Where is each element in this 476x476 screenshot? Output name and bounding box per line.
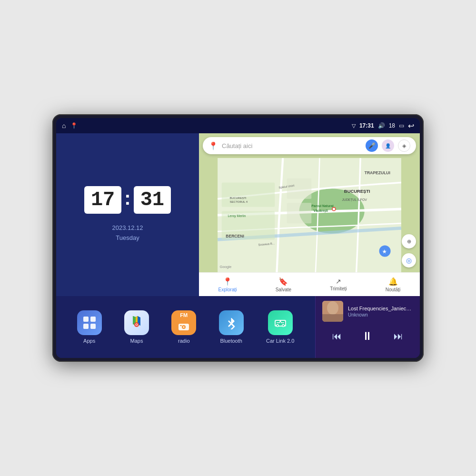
apps-label: Apps: [83, 338, 95, 344]
map-search-bar[interactable]: 📍 Căutați aici 🎤 👤 ◈: [203, 137, 416, 154]
bottom-section: Apps: [56, 296, 420, 358]
music-player: Lost Frequencies_Janieck Devy-... Unknow…: [315, 296, 420, 358]
map-nav-saved[interactable]: 🔖 Salvate: [276, 277, 291, 292]
app-item-maps[interactable]: Maps: [124, 310, 149, 344]
radio-app-icon: FM: [171, 310, 196, 335]
status-bar: ⌂ 📍 ▽ 17:31 🔊 18 ▭ ↩: [56, 118, 420, 133]
top-section: 17 : 31 2023.12.12 Tuesday: [56, 133, 420, 296]
clock-date: 2023.12.12 Tuesday: [112, 223, 143, 243]
bluetooth-app-icon: [219, 310, 244, 335]
music-controls: ⏮ ⏸ ⏭: [322, 327, 413, 345]
status-bar-right: ▽ 17:31 🔊 18 ▭ ↩: [352, 121, 414, 130]
svg-text:★: ★: [382, 249, 387, 254]
svg-text:Parcul Natural: Parcul Natural: [311, 204, 334, 208]
clock-display: 17 : 31: [84, 186, 171, 214]
svg-rect-32: [180, 325, 182, 326]
navigation-icon[interactable]: 📍: [70, 122, 78, 129]
my-location-button[interactable]: ◎: [402, 253, 416, 268]
voice-search-button[interactable]: 🎤: [366, 139, 378, 152]
share-icon: ↗: [336, 278, 341, 285]
signal-icon: ▽: [352, 123, 356, 129]
svg-point-31: [183, 327, 185, 328]
maps-label: Maps: [130, 338, 143, 344]
map-nav-share[interactable]: ↗ Trimiteți: [330, 278, 347, 291]
main-content: 17 : 31 2023.12.12 Tuesday: [56, 133, 420, 358]
music-album-art: [322, 301, 343, 322]
music-info: Lost Frequencies_Janieck Devy-... Unknow…: [322, 301, 413, 322]
radio-label: radio: [178, 338, 189, 344]
music-thumbnail: [322, 301, 343, 322]
svg-rect-4: [287, 178, 311, 199]
share-label: Trimiteți: [330, 286, 347, 291]
svg-rect-5: [287, 203, 311, 223]
clock-panel: 17 : 31 2023.12.12 Tuesday: [56, 133, 199, 296]
maps-pin-icon: 📍: [208, 141, 218, 150]
svg-rect-24: [83, 324, 89, 329]
map-search-actions: 🎤 👤 ◈: [366, 139, 410, 152]
home-icon[interactable]: ⌂: [62, 122, 66, 129]
svg-text:Google: Google: [219, 265, 231, 269]
carlink-app-icon: [268, 310, 293, 335]
map-nav-explore[interactable]: 📍 Explorați: [218, 277, 237, 292]
bluetooth-label: Bluetooth: [220, 338, 242, 344]
play-pause-button[interactable]: ⏸: [360, 327, 375, 345]
search-placeholder[interactable]: Căutați aici: [222, 142, 362, 149]
map-nav-news[interactable]: 🔔 Noutăți: [386, 277, 401, 292]
music-text: Lost Frequencies_Janieck Devy-... Unknow…: [348, 306, 413, 317]
explore-label: Explorați: [218, 287, 237, 292]
saved-label: Salvate: [276, 287, 291, 292]
svg-point-42: [327, 301, 338, 315]
svg-text:BUCUREȘTI: BUCUREȘTI: [344, 188, 370, 194]
apps-area: Apps: [56, 296, 315, 358]
app-item-apps[interactable]: Apps: [77, 310, 102, 344]
saved-icon: 🔖: [278, 277, 288, 286]
clock-hour: 17: [84, 186, 121, 214]
svg-rect-22: [83, 317, 89, 322]
svg-point-39: [277, 325, 278, 327]
music-title: Lost Frequencies_Janieck Devy-...: [348, 306, 413, 311]
news-label: Noutăți: [386, 287, 401, 292]
device-screen: ⌂ 📍 ▽ 17:31 🔊 18 ▭ ↩ 17 :: [56, 118, 420, 358]
status-bar-left: ⌂ 📍: [62, 122, 78, 129]
volume-icon: 🔊: [378, 122, 385, 129]
carlink-label: Car Link 2.0: [266, 338, 294, 344]
apps-icon: [77, 310, 102, 335]
back-icon[interactable]: ↩: [408, 121, 414, 130]
news-icon: 🔔: [388, 277, 398, 286]
svg-text:BERCENI: BERCENI: [226, 234, 244, 238]
app-item-radio[interactable]: FM radio: [171, 310, 196, 344]
svg-point-28: [136, 324, 137, 326]
svg-rect-25: [90, 324, 96, 329]
svg-text:BUCUREȘTI: BUCUREȘTI: [230, 197, 247, 199]
compass-button[interactable]: ⊕: [402, 234, 416, 248]
svg-rect-23: [90, 317, 96, 322]
prev-track-button[interactable]: ⏮: [330, 329, 344, 344]
car-infotainment-device: ⌂ 📍 ▽ 17:31 🔊 18 ▭ ↩ 17 :: [52, 114, 424, 362]
svg-text:JUDEȚUL ILFOV: JUDEȚUL ILFOV: [342, 198, 367, 202]
next-track-button[interactable]: ⏭: [392, 329, 405, 344]
svg-rect-43: [322, 314, 343, 322]
layers-button[interactable]: ◈: [398, 139, 410, 152]
status-time: 17:31: [359, 122, 374, 129]
battery-icon: ▭: [399, 122, 404, 129]
clock-minute: 31: [134, 186, 171, 214]
app-item-carlink[interactable]: Car Link 2.0: [266, 310, 294, 344]
music-artist: Unknown: [348, 312, 413, 317]
svg-text:SECTORUL 4: SECTORUL 4: [230, 200, 248, 203]
svg-text:Văcărești: Văcărești: [314, 209, 328, 213]
svg-point-19: [333, 208, 335, 210]
svg-text:Leroy Merlin: Leroy Merlin: [228, 214, 246, 218]
map-area[interactable]: TRAPEZULUI BUCUREȘTI JUDEȚUL ILFOV BERCE…: [199, 158, 420, 272]
map-bottom-nav: 📍 Explorați 🔖 Salvate ↗ Trimiteți 🔔: [199, 272, 420, 296]
map-panel: TRAPEZULUI BUCUREȘTI JUDEȚUL ILFOV BERCE…: [199, 133, 420, 296]
battery-level: 18: [389, 122, 395, 129]
svg-point-40: [282, 325, 284, 327]
clock-colon: :: [124, 188, 130, 208]
svg-text:TRAPEZULUI: TRAPEZULUI: [365, 170, 390, 175]
app-item-bluetooth[interactable]: Bluetooth: [219, 310, 244, 344]
explore-icon: 📍: [223, 277, 232, 286]
maps-app-icon: [124, 310, 149, 335]
account-avatar-button[interactable]: 👤: [382, 139, 394, 152]
